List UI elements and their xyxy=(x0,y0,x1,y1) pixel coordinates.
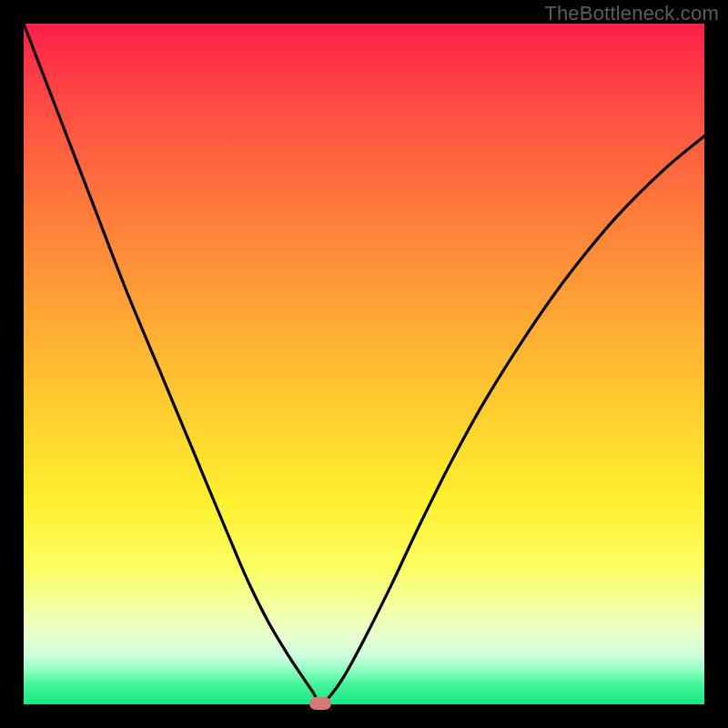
plot-area xyxy=(24,24,704,704)
minimum-marker xyxy=(309,697,331,710)
chart-frame: TheBottleneck.com xyxy=(0,0,728,728)
watermark-text: TheBottleneck.com xyxy=(544,2,719,25)
bottleneck-curve xyxy=(24,24,704,704)
